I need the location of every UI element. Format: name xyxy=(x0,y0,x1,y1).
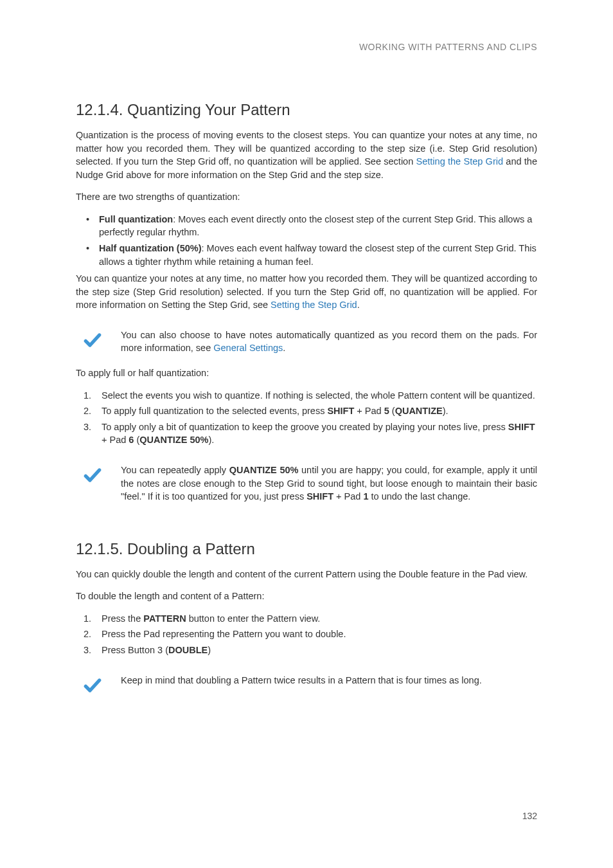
paragraph: To double the length and content of a Pa… xyxy=(76,590,537,603)
text: . xyxy=(357,300,360,310)
text: Keep in mind that doubling a Pattern twi… xyxy=(121,675,482,685)
link-setting-step-grid[interactable]: Setting the Step Grid xyxy=(271,300,357,310)
page: WORKING WITH PATTERNS AND CLIPS 12.1.4. … xyxy=(0,0,613,868)
text: You can also choose to have notes automa… xyxy=(121,330,537,354)
ordered-steps: Press the PATTERN button to enter the Pa… xyxy=(76,612,537,657)
running-header: WORKING WITH PATTERNS AND CLIPS xyxy=(76,41,537,54)
text: To apply full quantization to the select… xyxy=(102,406,327,416)
checkmark-icon xyxy=(82,675,105,696)
text: Press Button 3 ( xyxy=(102,645,168,655)
paragraph: There are two strengths of quantization: xyxy=(76,190,537,204)
double-button-label: DOUBLE xyxy=(168,645,208,655)
key-shift: SHIFT xyxy=(508,422,535,432)
list-item: Full quantization: Moves each event dire… xyxy=(90,213,537,239)
text: to undo the last change. xyxy=(369,491,471,502)
checkmark-icon xyxy=(82,330,105,350)
tip-body: You can repeatedly apply QUANTIZE 50% un… xyxy=(121,464,537,503)
list-item: Press Button 3 (DOUBLE) xyxy=(90,644,537,657)
text: . xyxy=(283,343,285,353)
tip-box: Keep in mind that doubling a Pattern twi… xyxy=(76,674,537,696)
text: ). xyxy=(208,435,214,445)
text: You can repeatedly apply xyxy=(121,465,229,475)
text: ). xyxy=(443,406,449,416)
link-general-settings[interactable]: General Settings xyxy=(213,343,283,353)
text: ( xyxy=(134,435,139,445)
pad-1: 1 xyxy=(363,491,368,502)
label-quantize: QUANTIZE xyxy=(395,406,443,416)
text: Press the xyxy=(102,613,143,624)
key-shift: SHIFT xyxy=(306,491,333,502)
text: ) xyxy=(208,645,211,655)
tip-box: You can also choose to have notes automa… xyxy=(76,329,537,355)
ordered-steps: Select the events you wish to quantize. … xyxy=(76,389,537,447)
paragraph: You can quickly double the length and co… xyxy=(76,568,537,581)
paragraph: You can quantize your notes at any time,… xyxy=(76,272,537,312)
list-item: Half quantization (50%): Moves each even… xyxy=(90,242,537,268)
label-quantize-50: QUANTIZE 50% xyxy=(139,435,208,445)
key-shift: SHIFT xyxy=(327,406,354,416)
tip-body: You can also choose to have notes automa… xyxy=(121,329,537,355)
paragraph: Quantization is the process of moving ev… xyxy=(76,129,537,181)
text: ( xyxy=(389,406,395,416)
list-item: Press the Pad representing the Pattern y… xyxy=(90,628,537,641)
list-item: To apply only a bit of quantization to k… xyxy=(90,420,537,447)
tip-box: You can repeatedly apply QUANTIZE 50% un… xyxy=(76,464,537,503)
pad-5: 5 xyxy=(384,406,389,416)
section-heading-doubling: 12.1.5. Doubling a Pattern xyxy=(76,538,537,560)
bullet-list: Full quantization: Moves each event dire… xyxy=(76,213,537,268)
checkmark-icon xyxy=(82,465,105,485)
pattern-button-label: PATTERN xyxy=(143,613,186,624)
section-heading-quantizing: 12.1.4. Quantizing Your Pattern xyxy=(76,99,537,121)
text: Press the Pad representing the Pattern y… xyxy=(102,629,346,639)
text: + Pad xyxy=(354,406,384,416)
paragraph: To apply full or half quantization: xyxy=(76,366,537,380)
list-item: Select the events you wish to quantize. … xyxy=(90,389,537,402)
link-setting-step-grid[interactable]: Setting the Step Grid xyxy=(416,156,503,167)
tip-body: Keep in mind that doubling a Pattern twi… xyxy=(121,674,537,687)
page-number: 132 xyxy=(522,810,537,823)
text: To apply only a bit of quantization to k… xyxy=(102,422,508,432)
text: + Pad xyxy=(102,435,129,445)
text: + Pad xyxy=(333,491,363,502)
label-full-quantization: Full quantization xyxy=(99,214,173,224)
list-item: Press the PATTERN button to enter the Pa… xyxy=(90,612,537,626)
text: button to enter the Pattern view. xyxy=(186,613,321,624)
list-item: To apply full quantization to the select… xyxy=(90,404,537,418)
text: Select the events you wish to quantize. … xyxy=(102,390,535,401)
label-half-quantization: Half quantization (50%) xyxy=(99,243,202,253)
label-quantize-50: QUANTIZE 50% xyxy=(229,465,299,475)
